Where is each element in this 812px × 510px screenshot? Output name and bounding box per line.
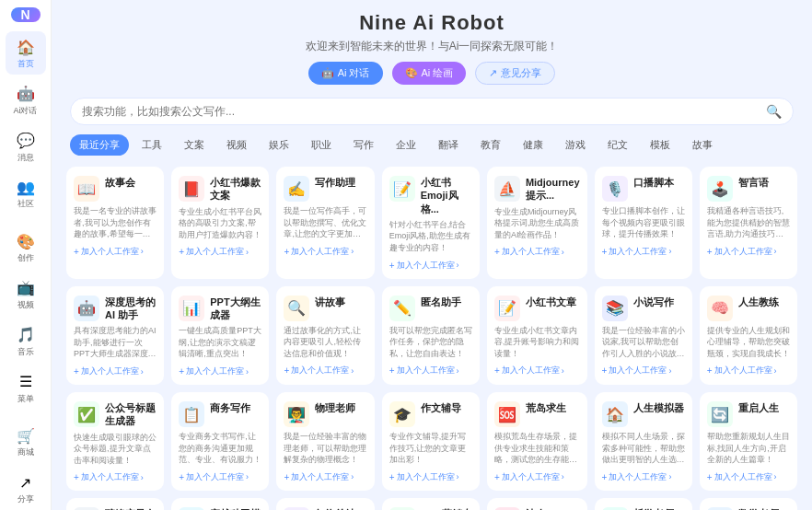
sidebar-item-shop[interactable]: 🛒 商城 — [6, 420, 46, 463]
card-footer[interactable]: + 加入个人工作室 › — [284, 471, 366, 483]
card-item[interactable]: 📝 小红书Emoji风格... 针对小红书平台,结合Emoji风格,助您生成有趣… — [382, 167, 480, 279]
sidebar-item-ai[interactable]: 🤖 Ai对话 — [6, 78, 46, 122]
cat-tab-memo[interactable]: 纪文 — [598, 134, 637, 156]
cat-tab-translate[interactable]: 翻译 — [429, 134, 468, 156]
cat-tab-writing[interactable]: 文案 — [175, 134, 214, 156]
card-item[interactable]: 🎭 诗人 我是一位才华横溢的诗人,能为您创作各种风格的诗歌作品！ + 加入个人工… — [487, 498, 587, 510]
card-item[interactable]: 🎓 作文辅导 专业作文辅导,提升写作技巧,让您的文章更加出彩！ + 加入个人工作… — [382, 392, 480, 491]
card-footer[interactable]: + 加入个人工作室 › — [74, 246, 157, 258]
sidebar-item-music[interactable]: 🎵 音乐 — [6, 319, 46, 363]
card-title: 写作助理 — [315, 176, 366, 189]
card-footer[interactable]: + 加入个人工作室 › — [179, 471, 261, 483]
cat-tab-game[interactable]: 游戏 — [556, 134, 595, 156]
card-item[interactable]: 🔍 讲故事 通过故事化的方式,让内容更吸引人,轻松传达信息和价值观！ + 加入个… — [276, 286, 374, 385]
card-item[interactable]: 🎙️ 口播脚本 专业口播脚本创作，让每个视频内容更吸引眼球，提升传播效果！ + … — [595, 167, 692, 279]
card-header: 📊 PPT大纲生成器 — [179, 296, 261, 322]
card-desc: 快速生成吸引眼球的公众号标题,提升文章点击率和阅读量！ — [74, 432, 157, 467]
card-item[interactable]: 🧮 数学老师 我是一位专业的数学老师,可以帮助您解答各种数学问题！ + 加入个人… — [700, 498, 797, 510]
card-item[interactable]: ✏️ 匿名助手 我可以帮您完成匿名写作任务，保护您的隐私，让您自由表达！ + 加… — [382, 286, 480, 385]
card-footer[interactable]: + 加入个人工作室 › — [602, 471, 685, 483]
sidebar-item-menu[interactable]: ☰ 菜单 — [6, 366, 46, 410]
card-icon: 📊 — [179, 296, 204, 321]
card-item[interactable]: 🧠 人生教练 提供专业的人生规划和心理辅导，帮助您突破瓶颈，实现自我成长！ + … — [700, 286, 797, 385]
card-footer[interactable]: + 加入个人工作室 › — [707, 246, 790, 258]
sidebar-item-home[interactable]: 🏠 首页 — [6, 31, 46, 75]
add-icon: + — [389, 261, 395, 271]
cat-tab-template[interactable]: 模板 — [641, 134, 679, 156]
card-footer[interactable]: + 加入个人工作室 › — [602, 246, 685, 258]
card-footer[interactable]: + 加入个人工作室 › — [179, 365, 261, 377]
card-footer[interactable]: + 加入个人工作室 › — [602, 365, 685, 377]
cat-tab-job[interactable]: 职业 — [302, 134, 341, 156]
sidebar-item-message[interactable]: 💬 消息 — [6, 125, 46, 168]
card-header: 🔍 讲故事 — [284, 296, 366, 321]
card-item[interactable]: 🤖 深度思考的 AI 助手 具有深度思考能力的AI助手,能够进行一次PPT大师生… — [66, 286, 164, 385]
search-input[interactable] — [82, 105, 766, 118]
card-footer[interactable]: + 加入个人工作室 › — [74, 365, 157, 377]
cat-tab-story[interactable]: 故事 — [683, 134, 722, 156]
cat-tab-video[interactable]: 视频 — [217, 134, 256, 156]
card-item[interactable]: 🏠 人生模拟器 模拟不同人生场景，探索多种可能性，帮助您做出更明智的人生选择！ … — [595, 392, 692, 491]
card-footer[interactable]: + 加入个人工作室 › — [389, 365, 472, 377]
card-item[interactable]: 🖊️ 哲学老师 深度解析哲学思想,引导您探索人生真理,开拓思维视野！ + 加入个… — [595, 498, 692, 510]
sidebar-item-community[interactable]: 👥 社区 — [6, 171, 46, 214]
card-desc: 具有深度思考能力的AI助手,能够进行一次PPT大师生成器深度分析,助您解决复杂问… — [74, 325, 157, 360]
card-item[interactable]: 📝 小红书文章 专业生成小红书文章内容,提升账号影响力和阅读量！ + 加入个人工… — [487, 286, 587, 385]
card-item[interactable]: ✅ 公众号标题生成器 快速生成吸引眼球的公众号标题,提升文章点击率和阅读量！ +… — [66, 392, 164, 491]
sidebar-item-video[interactable]: 📺 视频 — [6, 272, 46, 316]
card-item[interactable]: 👨‍🏫 物理老师 我是一位经验丰富的物理老师，可以帮助您理解复杂的物理概念！ +… — [276, 392, 374, 491]
card-footer[interactable]: + 加入个人工作室 › — [74, 471, 157, 483]
card-item[interactable]: ⛵ Midjourney提示... 专业生成Midjourney风格提示词,助您… — [487, 167, 587, 279]
cat-tab-company[interactable]: 企业 — [387, 134, 425, 156]
card-footer[interactable]: + 加入个人工作室 › — [707, 471, 790, 483]
cat-tab-health[interactable]: 健康 — [514, 134, 552, 156]
chevron-right-icon: › — [351, 247, 354, 256]
card-footer[interactable]: + 加入个人工作室 › — [707, 365, 790, 377]
card-item[interactable]: 🕹️ 智言语 我精通各种言语技巧,能为您提供精妙的智慧言语,助力沟通技巧提升！ … — [700, 167, 797, 279]
search-icon[interactable]: 🔍 — [766, 104, 782, 119]
card-item[interactable]: 📖 故事会 我是一名专业的讲故事者,我可以为您创作有趣的故事,希望每一个故事都能… — [66, 167, 164, 279]
card-item[interactable]: 🆘 荒岛求生 模拟荒岛生存场景，提供专业求生技能和策略，测试您的生存能力！ + … — [487, 392, 587, 491]
card-desc: 我是一名专业的讲故事者,我可以为您创作有趣的故事,希望每一个故事都能让您印象深刻… — [74, 205, 157, 240]
card-item[interactable]: 📕 小红书爆款文案 专业生成小红书平台风格的高吸引力文案,帮助用户打造爆款内容！… — [171, 167, 269, 279]
card-item[interactable]: ✍️ 写作助理 我是一位写作高手，可以帮助您撰写、优化文章,让您的文字更加生动有… — [276, 167, 374, 279]
cat-tab-tools[interactable]: 工具 — [133, 134, 171, 156]
card-footer[interactable]: + 加入个人工作室 › — [494, 365, 580, 377]
card-header: 📝 小红书Emoji风格... — [389, 176, 472, 215]
cat-tab-all[interactable]: 最近分享 — [70, 134, 129, 156]
card-footer[interactable]: + 加入个人工作室 › — [284, 246, 366, 258]
card-item[interactable]: 📅 年终总结 帮助您系统梳理年度工作成果，撰写专业的年终总结报告！ + 加入个人… — [276, 498, 374, 510]
card-item[interactable]: 📚 小说写作 我是一位经验丰富的小说家,我可以帮助您创作引人入胜的小说故事！ +… — [595, 286, 692, 385]
header: Nine Ai Robot 欢迎来到智能未来的世界！与Ai一同探索无限可能！ 🤖… — [52, 0, 812, 92]
card-icon: 🔍 — [284, 296, 309, 321]
share-button[interactable]: ↗ 意见分享 — [475, 62, 555, 85]
card-title: 人生教练 — [738, 296, 790, 308]
card-desc: 通过故事化的方式,让内容更吸引人,轻松传达信息和价值观！ — [284, 325, 366, 360]
ai-chat-button[interactable]: 🤖 Ai 对话 — [308, 62, 383, 85]
card-item[interactable]: 🔄 重启人生 帮助您重新规划人生目标,找回人生方向,开启全新的人生篇章！ + 加… — [700, 392, 797, 491]
card-footer[interactable]: + 加入个人工作室 › — [284, 365, 366, 377]
chevron-right-icon: › — [457, 261, 459, 270]
card-item[interactable]: 📋 商务写作 专业商务文书写作,让您的商务沟通更加规范、专业、有说服力！ + 加… — [171, 392, 269, 491]
card-footer[interactable]: + 加入个人工作室 › — [389, 471, 472, 483]
cat-tab-entertainment[interactable]: 娱乐 — [260, 134, 298, 156]
card-title: 重启人生 — [738, 401, 790, 414]
card-item[interactable]: 🚶 穿越种田模拟 穿越到古代，体验种田生活的乐趣，探索古代农业文明的魅力！ + … — [171, 498, 269, 510]
cat-tab-write2[interactable]: 写作 — [344, 134, 383, 156]
cat-tab-education[interactable]: 教育 — [471, 134, 510, 156]
sidebar-item-create[interactable]: 🎨 创作 — [6, 226, 46, 269]
card-item[interactable]: 📊 PPT大纲生成器 一键生成高质量PPT大纲,让您的演示文稿逻辑清晰,重点突出… — [171, 286, 269, 385]
card-footer[interactable]: + 加入个人工作室 › — [179, 246, 261, 258]
sidebar-item-share[interactable]: ↗ 分享 — [6, 467, 46, 510]
card-item[interactable]: ✖ 驼峰变量名器 快速将中文或其他格式转换为驼峰命名法的变量名，提升编程效率！ … — [66, 498, 164, 510]
card-footer[interactable]: + 加入个人工作室 › — [494, 471, 580, 483]
add-icon: + — [284, 365, 289, 376]
card-footer[interactable]: + 加入个人工作室 › — [494, 246, 580, 258]
ai-draw-button[interactable]: 🎨 Ai 绘画 — [392, 62, 467, 85]
card-footer[interactable]: + 加入个人工作室 › — [389, 260, 472, 272]
card-item[interactable]: 📈 SEO营销专家 提供专业SEO优化策略和营销方案,帮助您提升网站排名和流量！… — [382, 498, 480, 510]
card-icon: 📝 — [494, 296, 520, 321]
chevron-right-icon: › — [668, 472, 671, 481]
chevron-right-icon: › — [351, 472, 354, 481]
card-icon: ✍️ — [284, 176, 309, 202]
